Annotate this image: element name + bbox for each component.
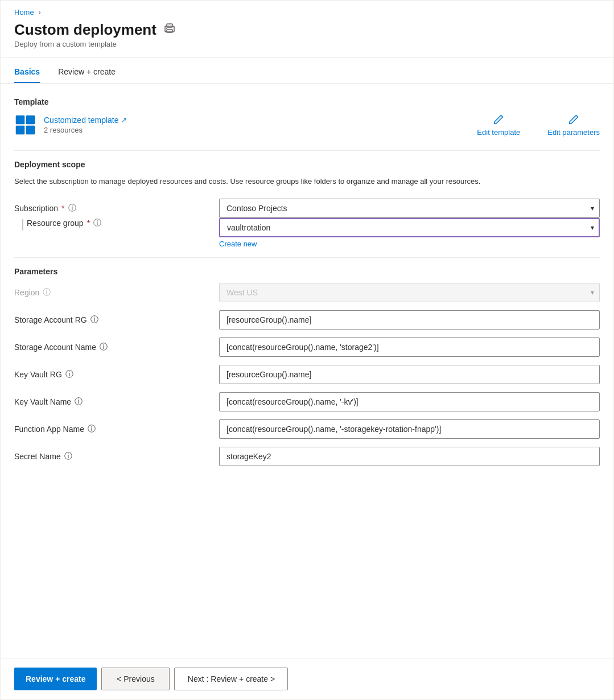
deployment-scope-title: Deployment scope	[14, 160, 600, 169]
param-label-key-vault-name: Key Vault Name ⓘ	[14, 397, 219, 407]
subscription-info-icon[interactable]: ⓘ	[68, 203, 76, 213]
storage-account-rg-info-icon[interactable]: ⓘ	[90, 315, 98, 325]
key-vault-name-info-icon[interactable]: ⓘ	[75, 397, 83, 407]
key-vault-rg-input[interactable]	[219, 365, 600, 384]
template-section-title: Template	[14, 97, 600, 106]
function-app-name-input[interactable]	[219, 419, 600, 439]
param-label-storage-account-name: Storage Account Name ⓘ	[14, 342, 219, 352]
breadcrumb-home[interactable]: Home	[14, 8, 34, 17]
svg-rect-1	[167, 24, 172, 27]
parameters-section: Parameters Region ⓘ West US ▾ Storage Ac…	[14, 267, 600, 466]
breadcrumb-separator: ›	[39, 8, 41, 17]
resource-group-info-icon[interactable]: ⓘ	[93, 218, 101, 228]
footer-bar: Review + create < Previous Next : Review…	[1, 658, 613, 699]
svg-point-3	[166, 28, 167, 29]
print-icon[interactable]	[163, 22, 176, 38]
resource-group-label: Resource group * ⓘ	[27, 218, 101, 228]
region-select: West US	[219, 283, 600, 302]
page-title: Custom deployment	[14, 21, 156, 39]
subscription-select-wrapper: Contoso Projects ▾	[219, 199, 600, 218]
param-row-key-vault-rg: Key Vault RG ⓘ	[14, 365, 600, 384]
section-divider-1	[14, 150, 600, 151]
storage-account-name-info-icon[interactable]: ⓘ	[100, 342, 108, 352]
resource-group-select[interactable]: vaultrotation	[219, 218, 600, 237]
param-label-secret-name: Secret Name ⓘ	[14, 451, 219, 462]
param-row-function-app-name: Function App Name ⓘ	[14, 419, 600, 439]
svg-rect-6	[16, 126, 24, 134]
page-subtitle: Deploy from a custom template	[14, 40, 600, 48]
param-label-function-app-name: Function App Name ⓘ	[14, 424, 219, 434]
template-name-link[interactable]: Customized template ↗	[44, 116, 127, 125]
param-row-secret-name: Secret Name ⓘ	[14, 447, 600, 466]
key-vault-name-input[interactable]	[219, 392, 600, 411]
param-row-storage-account-name: Storage Account Name ⓘ	[14, 337, 600, 357]
review-create-button[interactable]: Review + create	[14, 668, 97, 690]
svg-rect-2	[167, 30, 172, 32]
secret-name-input[interactable]	[219, 447, 600, 466]
next-button[interactable]: Next : Review + create >	[174, 668, 288, 690]
function-app-name-info-icon[interactable]: ⓘ	[88, 424, 96, 434]
resource-group-select-wrapper: vaultrotation ▾	[219, 218, 600, 237]
param-label-key-vault-rg: Key Vault RG ⓘ	[14, 369, 219, 380]
edit-template-button[interactable]: Edit template	[477, 113, 520, 137]
external-link-icon: ↗	[121, 116, 127, 124]
subscription-select[interactable]: Contoso Projects	[219, 199, 600, 218]
tab-basics[interactable]: Basics	[14, 67, 40, 83]
subscription-label: Subscription * ⓘ	[14, 203, 219, 213]
param-row-region: Region ⓘ West US ▾	[14, 283, 600, 302]
parameters-title: Parameters	[14, 267, 600, 276]
tab-review-create[interactable]: Review + create	[58, 67, 116, 83]
key-vault-rg-info-icon[interactable]: ⓘ	[65, 369, 73, 380]
deployment-scope-description: Select the subscription to manage deploy…	[14, 176, 600, 187]
section-divider-2	[14, 257, 600, 258]
secret-name-info-icon[interactable]: ⓘ	[64, 451, 72, 462]
svg-rect-5	[26, 116, 35, 124]
storage-account-name-input[interactable]	[219, 337, 600, 357]
param-row-key-vault-name: Key Vault Name ⓘ	[14, 392, 600, 411]
previous-button[interactable]: < Previous	[101, 668, 170, 690]
param-label-region: Region ⓘ	[14, 287, 219, 298]
template-row: Customized template ↗ 2 resources Edit t…	[14, 113, 600, 137]
svg-rect-4	[16, 116, 24, 124]
storage-account-rg-input[interactable]	[219, 310, 600, 330]
create-new-link[interactable]: Create new	[219, 240, 600, 248]
tabs-bar: Basics Review + create	[1, 58, 613, 84]
param-row-storage-account-rg: Storage Account RG ⓘ	[14, 310, 600, 330]
template-icon	[14, 114, 37, 137]
template-actions: Edit template Edit parameters	[477, 113, 600, 137]
resource-count: 2 resources	[44, 126, 127, 134]
param-label-storage-account-rg: Storage Account RG ⓘ	[14, 315, 219, 325]
edit-parameters-button[interactable]: Edit parameters	[547, 113, 600, 137]
svg-rect-7	[26, 126, 35, 134]
region-select-wrapper: West US ▾	[219, 283, 600, 302]
subscription-row: Subscription * ⓘ Contoso Projects ▾	[14, 199, 600, 218]
region-info-icon[interactable]: ⓘ	[43, 287, 51, 298]
